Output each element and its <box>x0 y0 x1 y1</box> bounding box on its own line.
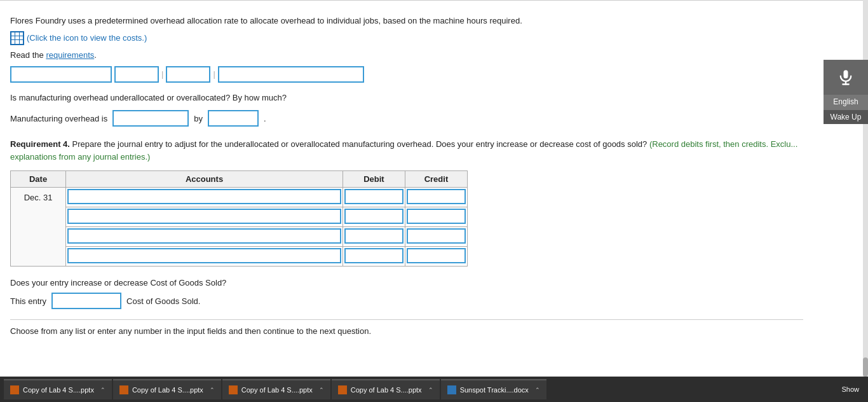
requirements-link[interactable]: requirements <box>46 50 94 60</box>
credit-input-3[interactable] <box>407 228 466 244</box>
overhead-amount[interactable] <box>208 110 259 127</box>
read-requirements-row: Read the requirements. <box>10 50 803 60</box>
top-input-4[interactable] <box>218 66 364 83</box>
req4-label: Requirement 4. <box>10 139 70 149</box>
scrollbar[interactable] <box>863 0 868 366</box>
col-debit: Debit <box>342 171 405 188</box>
table-row <box>11 247 468 267</box>
mic-button[interactable] <box>824 60 868 95</box>
credit-cell-3 <box>405 227 467 247</box>
table-row <box>11 227 468 247</box>
scrollbar-thumb[interactable] <box>863 357 868 366</box>
table-row <box>11 207 468 227</box>
separator-1: | <box>161 69 163 79</box>
credit-input-1[interactable] <box>407 189 466 204</box>
debit-cell-3 <box>342 227 405 247</box>
debit-input-1[interactable] <box>344 189 403 204</box>
credit-cell-1 <box>405 188 467 207</box>
costs-link[interactable]: (Click the icon to view the costs.) <box>27 33 147 43</box>
debit-input-4[interactable] <box>344 248 403 263</box>
wakeup-label[interactable]: Wake Up <box>824 110 868 124</box>
read-prefix: Read the <box>10 50 46 60</box>
top-input-row: | | <box>10 66 803 83</box>
choose-text: Choose from any list or enter any number… <box>10 326 803 336</box>
cogs-question: Does your entry increase or decrease Cos… <box>10 278 803 288</box>
overhead-suffix: . <box>264 114 266 123</box>
date-cell: Dec. 31 <box>11 188 66 267</box>
account-cell-3 <box>66 227 343 247</box>
account-input-3[interactable] <box>67 228 341 244</box>
credit-cell-2 <box>405 207 467 227</box>
journal-table: Date Accounts Debit Credit Dec. 31 <box>10 170 468 267</box>
icon-link-row: (Click the icon to view the costs.) <box>10 31 803 45</box>
account-input-2[interactable] <box>67 209 341 224</box>
svg-rect-0 <box>844 70 848 78</box>
debit-cell-2 <box>342 207 405 227</box>
credit-input-4[interactable] <box>407 248 466 263</box>
account-input-4[interactable] <box>67 248 341 263</box>
debit-cell-1 <box>342 188 405 207</box>
overhead-prefix: Manufacturing overhead is <box>10 114 107 123</box>
english-label[interactable]: English <box>824 95 868 110</box>
this-entry-prefix: This entry <box>10 296 46 306</box>
intro-text: Flores Foundry uses a predetermined over… <box>10 15 803 27</box>
read-suffix: . <box>94 50 97 60</box>
separator-2: | <box>213 69 215 79</box>
this-entry-suffix: Cost of Goods Sold. <box>126 296 200 306</box>
credit-cell-4 <box>405 247 467 267</box>
by-label: by <box>194 114 203 123</box>
account-cell-4 <box>66 247 343 267</box>
grid-icon[interactable] <box>10 31 24 45</box>
this-entry-input[interactable] <box>51 293 121 309</box>
debit-input-2[interactable] <box>344 209 403 224</box>
req4-body: Prepare the journal entry to adjust for … <box>70 139 647 149</box>
account-cell-2 <box>66 207 343 227</box>
table-row: Dec. 31 <box>11 188 468 207</box>
mic-icon <box>837 69 855 87</box>
overhead-row: Manufacturing overhead is by . <box>10 110 803 127</box>
col-date: Date <box>11 171 66 188</box>
overhead-question: Is manufacturing overhead underallocated… <box>10 92 803 104</box>
overhead-dropdown[interactable] <box>112 110 189 127</box>
account-cell-1 <box>66 188 343 207</box>
top-input-1[interactable] <box>10 66 112 83</box>
top-input-2[interactable] <box>114 66 159 83</box>
req4-text: Requirement 4. Prepare the journal entry… <box>10 138 803 163</box>
debit-input-3[interactable] <box>344 228 403 244</box>
top-input-3[interactable] <box>166 66 210 83</box>
account-input-1[interactable] <box>67 189 341 204</box>
this-entry-row: This entry Cost of Goods Sold. <box>10 293 803 309</box>
credit-input-2[interactable] <box>407 209 466 224</box>
debit-cell-4 <box>342 247 405 267</box>
col-credit: Credit <box>405 171 467 188</box>
voice-popup: English Wake Up <box>824 60 868 124</box>
col-accounts: Accounts <box>66 171 343 188</box>
